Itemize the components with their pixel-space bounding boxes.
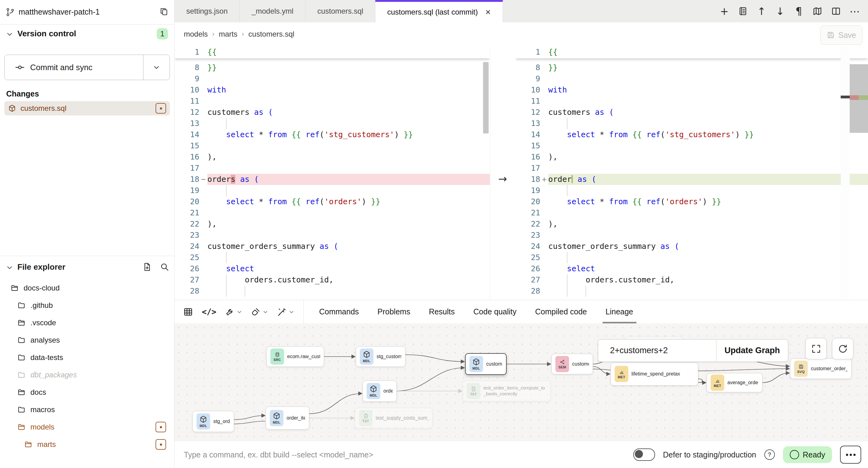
map-icon[interactable] <box>812 6 823 17</box>
node-label: average_order_value <box>727 380 758 385</box>
tree-item-data-tests[interactable]: data-tests <box>0 349 174 366</box>
plus-icon[interactable]: + <box>719 6 730 17</box>
code-line-9-right: 9 <box>515 73 868 85</box>
arrow-down-icon[interactable]: ↓ <box>775 6 785 17</box>
lineage-node-raw_customers[interactable]: SRCecom.raw_customers <box>266 346 324 367</box>
breadcrumb-part[interactable]: models <box>184 30 208 38</box>
code-line-21-right: 21 <box>515 207 868 218</box>
close-icon[interactable]: × <box>485 7 491 17</box>
right-scrollbar[interactable] <box>841 46 850 300</box>
cube-icon <box>273 412 281 420</box>
lineage-node-customer_order_metrics[interactable]: SVQcustomer_order_metrics <box>790 358 851 379</box>
chevron-down-icon[interactable] <box>262 309 269 315</box>
lineage-node-lifetime_spend[interactable]: METlifetime_spend_pretax <box>611 363 698 385</box>
diff-pane-original[interactable]: 8}}910with1112customers as (1314 select … <box>175 46 490 300</box>
lineage-node-test_supply[interactable]: TSTtest_supply_costs_sum_correctly <box>355 408 432 428</box>
more-options-button[interactable] <box>840 446 861 464</box>
commit-options-chevron[interactable] <box>144 63 169 71</box>
folder-icon <box>18 406 26 414</box>
graph-selector-input[interactable] <box>598 340 716 362</box>
code-content: orders.customer_id, <box>548 274 868 285</box>
line-number: 8 <box>515 62 540 73</box>
pilcrow-icon[interactable]: ¶ <box>794 6 804 17</box>
lineage-node-customers_mdl[interactable]: MDLcustomers <box>465 353 507 375</box>
diff-pane-modified[interactable]: 8}}910with1112customers as (1314 select … <box>515 46 868 300</box>
lineage-node-stg_customers[interactable]: MDLstg_customers <box>356 346 405 367</box>
tab--models-yml[interactable]: _models.yml <box>240 0 306 22</box>
tree-item-dbt-packages[interactable]: dbt_packages <box>0 366 174 383</box>
tab-settings-json[interactable]: settings.json <box>175 0 240 22</box>
tab-customers-sql[interactable]: customers.sql <box>306 0 375 22</box>
lineage-node-orders[interactable]: MDLorders <box>363 380 397 402</box>
chart-icon <box>715 378 720 383</box>
lineage-graph[interactable]: SRCecom.raw_customersMDLstg_customersMDL… <box>175 323 868 440</box>
split-pane-icon[interactable] <box>831 6 841 17</box>
breadcrumb-part[interactable]: marts <box>219 30 238 38</box>
panel-tab-lineage[interactable]: Lineage <box>606 300 633 324</box>
tree-item-docs[interactable]: docs <box>0 383 174 401</box>
command-input[interactable] <box>183 446 557 463</box>
panel-tab-commands[interactable]: Commands <box>319 300 359 324</box>
update-graph-button[interactable]: Update Graph <box>716 340 788 362</box>
ellipsis-icon[interactable]: ⋯ <box>849 6 860 17</box>
arrow-up-icon[interactable]: ↑ <box>756 6 767 17</box>
chevron-down-icon[interactable] <box>236 309 243 315</box>
panel-tab-results[interactable]: Results <box>429 300 455 324</box>
format-icon <box>251 307 260 317</box>
tree-item-models[interactable]: models <box>0 418 174 436</box>
chevron-down-icon[interactable] <box>6 263 14 272</box>
format-tool[interactable] <box>251 307 269 317</box>
refresh-graph-button[interactable] <box>832 338 854 360</box>
lineage-node-stg_orders[interactable]: MDLstg_orders <box>192 411 234 432</box>
panel-tab-problems[interactable]: Problems <box>377 300 410 324</box>
line-number: 12 <box>175 107 199 118</box>
tab-customers-sql-last-commit-[interactable]: customers.sql (last commit)× <box>375 0 503 22</box>
left-scrollbar-thumb[interactable] <box>483 62 489 133</box>
magic-tool[interactable] <box>277 307 294 317</box>
search-icon[interactable] <box>160 262 169 272</box>
ready-label: Ready <box>803 450 825 459</box>
diff-sign <box>540 263 548 274</box>
tree-item-analyses[interactable]: analyses <box>0 332 174 349</box>
code-content: select * from {{ ref('stg_customers') }} <box>548 129 868 140</box>
table-tool[interactable] <box>183 307 193 317</box>
line-number: 22 <box>175 218 199 230</box>
defer-toggle[interactable] <box>633 448 655 461</box>
help-icon[interactable]: ? <box>764 449 775 460</box>
tree-item-label: analyses <box>30 336 60 344</box>
lineage-node-test_order_items[interactable]: TSTtest_order_items_compute_to_bools_cor… <box>463 381 551 401</box>
tree-item-docs-cloud[interactable]: docs-cloud <box>0 279 174 297</box>
lineage-node-order_items[interactable]: MDLorder_items <box>266 407 309 430</box>
tree-item--github[interactable]: .github <box>0 297 174 314</box>
toggle-knob <box>635 450 643 458</box>
editor-tab-bar: settings.json_models.ymlcustomers.sqlcus… <box>175 0 868 22</box>
copy-branch-icon[interactable] <box>159 7 168 16</box>
tree-item-marts[interactable]: marts <box>0 436 174 453</box>
code-tool[interactable]: </> <box>202 307 216 317</box>
fullscreen-button[interactable] <box>805 338 827 360</box>
lineage-node-average_order_value[interactable]: METaverage_order_value <box>707 373 763 392</box>
panel-tab-compiled-code[interactable]: Compiled code <box>535 300 587 324</box>
revert-diff-arrow-icon[interactable]: → <box>490 173 515 185</box>
code-line-13-left: 13 <box>175 118 490 129</box>
lineage-node-customers_sem[interactable]: SEMcustomers <box>551 354 593 374</box>
tree-item-macros[interactable]: macros <box>0 401 174 418</box>
tree-item--vscode[interactable]: .vscode <box>0 314 174 332</box>
file-explorer-header[interactable]: File explorer <box>0 256 174 280</box>
new-file-icon[interactable] <box>143 262 152 272</box>
notebook-icon[interactable] <box>738 6 748 17</box>
save-button[interactable]: Save <box>820 26 862 45</box>
diff-overview-ruler[interactable] <box>850 64 868 133</box>
breadcrumb-part[interactable]: customers.sql <box>248 30 294 38</box>
changed-file-customers-sql[interactable]: customers.sql <box>4 101 170 116</box>
diff-sign <box>540 96 548 107</box>
wrench-tool[interactable] <box>225 307 243 317</box>
code-line-16-right: 16), <box>515 151 868 163</box>
chevron-down-icon[interactable] <box>288 309 294 315</box>
diff-sign <box>199 163 207 174</box>
chevron-down-icon[interactable] <box>6 30 14 38</box>
commit-and-sync-button[interactable]: Commit and sync <box>4 55 170 80</box>
version-control-header[interactable]: Version control 1 <box>0 25 174 44</box>
table-icon <box>183 307 193 317</box>
panel-tab-code-quality[interactable]: Code quality <box>473 300 517 324</box>
